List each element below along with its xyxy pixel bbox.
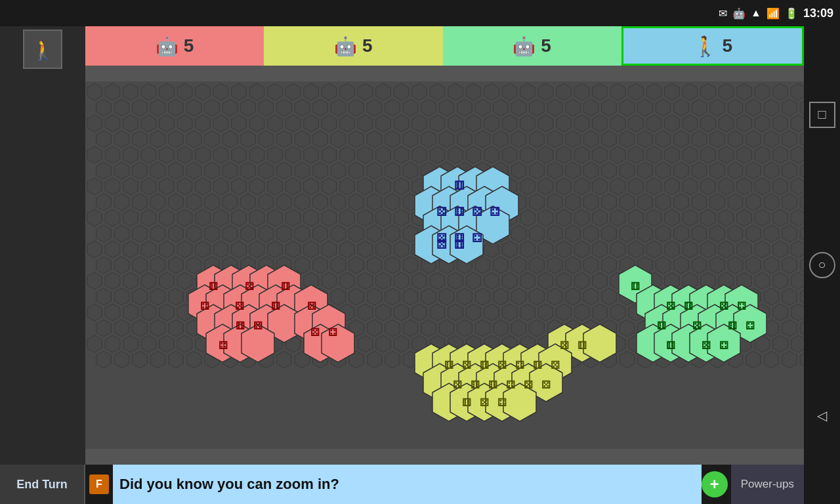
svg-text:⚄: ⚄ xyxy=(719,301,728,312)
svg-text:⚄: ⚄ xyxy=(692,320,702,331)
status-bar: ✉ 🤖 ▲ 📶 🔋 13:09 xyxy=(0,0,840,26)
hex-grid[interactable]: ⚅ ⚄ ⚅ ⚄ ⚃ ⚄ ⚅ ⚃ ⚄ ⚅ xyxy=(85,66,804,465)
svg-text:⚅: ⚅ xyxy=(578,340,587,351)
svg-text:⚅: ⚅ xyxy=(444,360,453,371)
powerups-button[interactable]: Power-ups xyxy=(731,465,804,504)
human-blue-icon: 🚶 xyxy=(693,35,717,58)
svg-text:⚄: ⚄ xyxy=(235,301,244,312)
svg-text:⚅: ⚅ xyxy=(666,340,675,351)
svg-text:⚄: ⚄ xyxy=(245,281,254,292)
plus-button[interactable]: + xyxy=(702,471,728,497)
svg-text:⚄: ⚄ xyxy=(310,327,320,338)
svg-text:⚃: ⚃ xyxy=(200,301,209,312)
svg-text:⚅: ⚅ xyxy=(684,301,693,312)
svg-text:⚄: ⚄ xyxy=(560,340,569,351)
person-icon: 🚶 xyxy=(31,38,55,61)
svg-text:⚄: ⚄ xyxy=(436,238,447,251)
player-panels: 🤖 5 🤖 5 🤖 5 🚶 5 xyxy=(85,26,804,66)
svg-text:⚅: ⚅ xyxy=(209,281,218,292)
svg-text:⚃: ⚃ xyxy=(515,360,524,371)
svg-text:⚃: ⚃ xyxy=(219,340,228,351)
svg-text:⚅: ⚅ xyxy=(454,205,465,219)
current-player-icon: 🚶 xyxy=(23,30,62,69)
svg-text:⚅: ⚅ xyxy=(454,238,465,251)
svg-text:⚄: ⚄ xyxy=(551,360,560,371)
svg-text:⚄: ⚄ xyxy=(702,340,711,351)
svg-text:⚄: ⚄ xyxy=(472,205,482,219)
red-score: 5 xyxy=(184,35,194,56)
svg-text:⚄: ⚄ xyxy=(453,379,462,390)
svg-text:⚅: ⚅ xyxy=(462,397,471,408)
hint-text-area: Did you know you can zoom in? xyxy=(113,465,702,504)
svg-text:⚅: ⚅ xyxy=(657,320,666,331)
power-up-area: + Power-ups xyxy=(702,465,804,504)
svg-text:⚃: ⚃ xyxy=(472,232,482,245)
triangle-icon: ◁ xyxy=(817,408,827,423)
circle-button[interactable]: ○ xyxy=(809,252,835,278)
svg-text:⚄: ⚄ xyxy=(436,205,447,219)
circle-icon: ○ xyxy=(818,257,826,272)
signal-icon: 📶 xyxy=(766,7,780,20)
svg-text:⚅: ⚅ xyxy=(454,179,465,192)
hint-f-badge: F xyxy=(89,474,109,494)
yellow-score: 5 xyxy=(362,35,373,56)
svg-text:⚅: ⚅ xyxy=(631,281,640,292)
bottom-bar: End Turn F Did you know you can zoom in?… xyxy=(0,465,804,504)
svg-text:⚅: ⚅ xyxy=(471,379,480,390)
square-button[interactable]: □ xyxy=(809,102,835,128)
svg-text:⚅: ⚅ xyxy=(271,301,280,312)
square-icon: □ xyxy=(818,107,826,122)
svg-text:⚃: ⚃ xyxy=(497,397,507,408)
player-panel-blue: 🚶 5 xyxy=(621,26,804,66)
svg-text:⚄: ⚄ xyxy=(524,379,533,390)
game-board[interactable]: ⚅ ⚄ ⚅ ⚄ ⚃ ⚄ ⚅ ⚃ ⚄ ⚅ xyxy=(85,66,804,465)
player-panel-yellow: 🤖 5 xyxy=(264,26,442,66)
left-sidebar: 🚶 xyxy=(0,26,85,504)
player-panel-red: 🤖 5 xyxy=(85,26,264,66)
svg-text:⚃: ⚃ xyxy=(737,301,746,312)
android-icon: 🤖 xyxy=(732,7,746,20)
svg-text:⚅: ⚅ xyxy=(488,379,497,390)
blue-score: 5 xyxy=(723,35,733,56)
android-green-icon: 🤖 xyxy=(513,35,536,57)
svg-text:⚄: ⚄ xyxy=(253,320,262,331)
svg-text:⚅: ⚅ xyxy=(728,320,737,331)
clock: 13:09 xyxy=(803,7,833,20)
svg-text:⚄: ⚄ xyxy=(480,397,489,408)
battery-icon: 🔋 xyxy=(785,7,798,20)
svg-text:⚃: ⚃ xyxy=(719,340,728,351)
svg-text:⚅: ⚅ xyxy=(533,360,542,371)
email-icon: ✉ xyxy=(719,7,727,20)
right-sidebar: □ ○ ◁ xyxy=(804,26,840,504)
svg-text:⚃: ⚃ xyxy=(490,205,500,219)
svg-text:⚃: ⚃ xyxy=(328,327,337,338)
android-yellow-icon: 🤖 xyxy=(334,35,357,57)
svg-text:⚃: ⚃ xyxy=(746,320,755,331)
svg-text:⚅: ⚅ xyxy=(236,320,245,331)
svg-text:⚄: ⚄ xyxy=(497,360,507,371)
svg-text:⚃: ⚃ xyxy=(506,379,515,390)
player-panel-green: 🤖 5 xyxy=(443,26,621,66)
green-score: 5 xyxy=(541,35,551,56)
svg-text:⚄: ⚄ xyxy=(541,379,551,390)
android-red-icon: 🤖 xyxy=(156,35,178,57)
svg-text:⚄: ⚄ xyxy=(666,301,675,312)
svg-text:⚅: ⚅ xyxy=(480,360,489,371)
back-button[interactable]: ◁ xyxy=(809,402,835,429)
svg-text:⚅: ⚅ xyxy=(281,281,290,292)
svg-text:⚄: ⚄ xyxy=(307,301,316,312)
hint-message: Did you know you can zoom in? xyxy=(119,476,339,493)
end-turn-button[interactable]: End Turn xyxy=(0,465,85,504)
wifi-icon: ▲ xyxy=(751,7,761,19)
svg-text:⚄: ⚄ xyxy=(462,360,471,371)
